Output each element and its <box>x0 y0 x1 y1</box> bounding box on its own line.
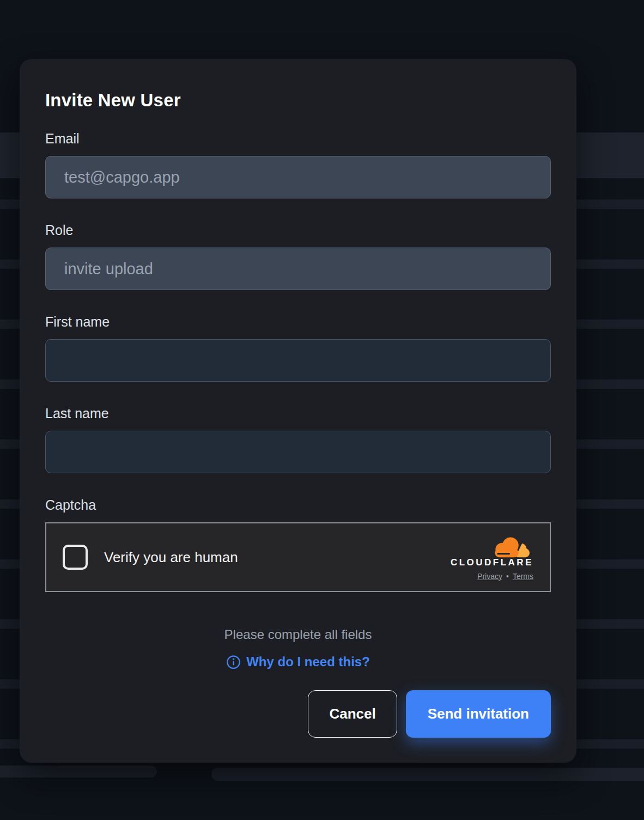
captcha-checkbox[interactable] <box>63 545 88 570</box>
invite-new-user-dialog: Invite New User Email Role First name La… <box>20 59 576 763</box>
role-input[interactable] <box>45 248 551 290</box>
role-label: Role <box>45 222 551 238</box>
field-captcha: Captcha Verify you are human <box>45 497 551 592</box>
help-link-label: Why do I need this? <box>246 654 370 670</box>
field-first-name: First name <box>45 314 551 382</box>
first-name-input[interactable] <box>45 339 551 382</box>
background-row-fragment-wide <box>211 768 644 781</box>
email-input[interactable] <box>45 156 551 198</box>
privacy-link[interactable]: Privacy <box>477 572 502 581</box>
field-role: Role <box>45 222 551 290</box>
cloudflare-wordmark: CLOUDFLARE <box>451 557 533 568</box>
captcha-checkbox-label: Verify you are human <box>104 549 238 566</box>
status-message: Please complete all fields <box>45 627 551 642</box>
cloudflare-cloud-icon <box>490 534 531 559</box>
help-link[interactable]: Why do I need this? <box>45 654 551 670</box>
email-label: Email <box>45 131 551 146</box>
link-separator: • <box>506 572 509 581</box>
dialog-title: Invite New User <box>45 91 551 110</box>
last-name-label: Last name <box>45 406 551 421</box>
info-circle-icon <box>226 655 241 670</box>
field-email: Email <box>45 131 551 198</box>
terms-link[interactable]: Terms <box>513 572 533 581</box>
background-row-fragment-left <box>0 765 157 777</box>
cloudflare-branding: CLOUDFLARE Privacy • Terms <box>451 534 533 581</box>
first-name-label: First name <box>45 314 551 329</box>
captcha-label: Captcha <box>45 497 551 512</box>
cloudflare-turnstile-widget: Verify you are human <box>45 522 551 592</box>
field-last-name: Last name <box>45 406 551 473</box>
cancel-button[interactable]: Cancel <box>308 690 397 738</box>
send-invitation-button[interactable]: Send invitation <box>406 690 551 738</box>
dialog-actions: Cancel Send invitation <box>45 690 551 738</box>
last-name-input[interactable] <box>45 431 551 473</box>
